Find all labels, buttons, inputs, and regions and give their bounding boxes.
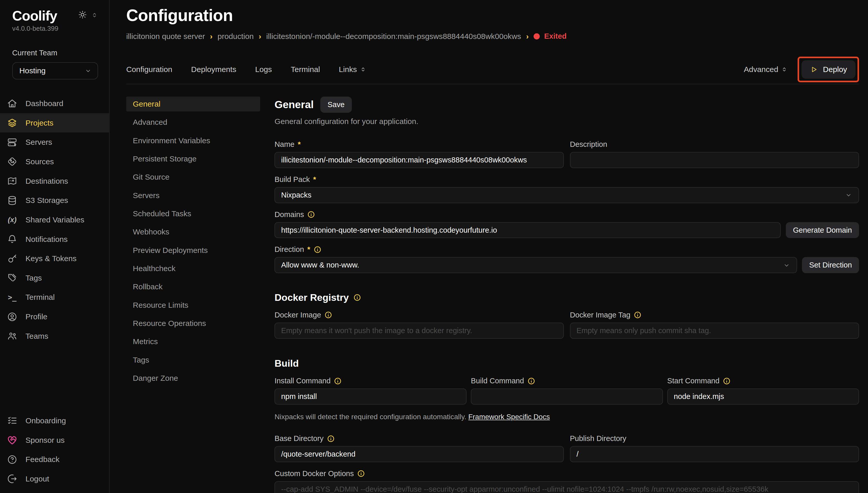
tab-deployments[interactable]: Deployments: [191, 65, 236, 74]
coolify-app: Coolify v4.0.0-beta.399 Current Team Hos…: [0, 0, 868, 493]
chevron-right-icon: ›: [526, 32, 529, 41]
team-select[interactable]: Hosting: [12, 62, 98, 80]
chevrons-up-down-icon: [91, 11, 98, 21]
subnav-scheduled-tasks[interactable]: Scheduled Tasks: [126, 206, 260, 221]
tab-logs[interactable]: Logs: [255, 65, 272, 74]
breadcrumb-project[interactable]: illicitonion quote server: [126, 32, 205, 41]
git-source-icon: [7, 156, 18, 167]
sidebar-nav: Dashboard Projects Servers Sources Desti…: [0, 94, 109, 411]
info-icon[interactable]: [324, 311, 332, 319]
publish-directory-input[interactable]: [570, 446, 859, 462]
sidebar-item-dashboard[interactable]: Dashboard: [0, 94, 109, 113]
sidebar-item-keys-tokens[interactable]: Keys & Tokens: [0, 249, 109, 268]
info-icon[interactable]: [634, 311, 641, 319]
tab-links[interactable]: Links: [339, 65, 366, 74]
subnav-metrics[interactable]: Metrics: [126, 334, 260, 349]
app-logo[interactable]: Coolify: [12, 8, 58, 24]
subnav-webhooks[interactable]: Webhooks: [126, 224, 260, 239]
custom-docker-options-input[interactable]: [274, 481, 859, 493]
subnav-git-source[interactable]: Git Source: [126, 170, 260, 185]
chevron-down-icon: [783, 261, 791, 269]
install-command-input[interactable]: [274, 388, 466, 405]
sidebar-item-notifications[interactable]: Notifications: [0, 230, 109, 249]
subnav-danger-zone[interactable]: Danger Zone: [126, 371, 260, 386]
subnav-general[interactable]: General: [126, 97, 260, 111]
description-input[interactable]: [570, 152, 859, 168]
current-team-label: Current Team: [0, 49, 109, 57]
domains-input[interactable]: [274, 222, 781, 238]
start-command-input[interactable]: [667, 388, 859, 405]
settings-subnav: General Advanced Environment Variables P…: [126, 97, 260, 493]
subnav-persistent-storage[interactable]: Persistent Storage: [126, 151, 260, 166]
variable-icon: (x): [7, 214, 18, 225]
sidebar-item-servers[interactable]: Servers: [0, 132, 109, 152]
info-icon[interactable]: [527, 377, 535, 385]
sidebar-item-onboarding[interactable]: Onboarding: [0, 411, 109, 430]
info-icon[interactable]: [307, 211, 315, 218]
server-icon: [7, 137, 18, 148]
terminal-icon: >_: [7, 292, 18, 303]
chevron-right-icon: ›: [259, 32, 261, 41]
general-settings-form: General Save General configuration for y…: [260, 97, 859, 493]
subnav-advanced[interactable]: Advanced: [126, 115, 260, 130]
subnav-resource-operations[interactable]: Resource Operations: [126, 316, 260, 331]
breadcrumb-environment[interactable]: production: [218, 32, 254, 41]
base-directory-input[interactable]: [274, 446, 564, 462]
subnav-rollback[interactable]: Rollback: [126, 279, 260, 294]
users-icon: [7, 330, 18, 342]
theme-switcher[interactable]: [78, 10, 98, 21]
subnav-environment-variables[interactable]: Environment Variables: [126, 133, 260, 148]
sidebar-item-shared-variables[interactable]: (x) Shared Variables: [0, 210, 109, 230]
subnav-servers[interactable]: Servers: [126, 188, 260, 203]
docker-image-input[interactable]: [274, 323, 564, 339]
tag-icon: [7, 272, 18, 283]
build-pack-select[interactable]: Nixpacks: [274, 187, 859, 203]
subnav-tags[interactable]: Tags: [126, 352, 260, 367]
sidebar-item-tags[interactable]: Tags: [0, 268, 109, 288]
chevron-right-icon: ›: [210, 32, 212, 41]
status-dot-icon: [533, 33, 540, 40]
logout-icon: [7, 473, 18, 484]
tab-configuration[interactable]: Configuration: [126, 65, 172, 74]
chevrons-up-down-icon: [781, 66, 787, 73]
tab-terminal[interactable]: Terminal: [291, 65, 320, 74]
sidebar-item-sponsor-us[interactable]: Sponsor us: [0, 430, 109, 450]
sidebar-item-teams[interactable]: Teams: [0, 326, 109, 346]
sidebar-item-destinations[interactable]: Destinations: [0, 171, 109, 191]
build-command-input[interactable]: [471, 388, 663, 405]
bell-icon: [7, 234, 18, 245]
chevron-down-icon: [845, 191, 852, 199]
chevrons-up-down-icon: [360, 66, 366, 73]
info-icon[interactable]: [723, 377, 731, 385]
info-icon[interactable]: [334, 377, 342, 385]
sidebar-item-profile[interactable]: Profile: [0, 307, 109, 326]
subnav-preview-deployments[interactable]: Preview Deployments: [126, 243, 260, 258]
subnav-healthcheck[interactable]: Healthcheck: [126, 261, 260, 276]
set-direction-button[interactable]: Set Direction: [802, 257, 859, 273]
save-button[interactable]: Save: [320, 97, 352, 113]
deploy-button[interactable]: Deploy: [801, 60, 855, 79]
name-input[interactable]: [274, 152, 564, 168]
sidebar-item-sources[interactable]: Sources: [0, 152, 109, 171]
info-icon[interactable]: [314, 246, 321, 253]
heart-handshake-icon: [7, 434, 18, 446]
info-icon[interactable]: [353, 294, 361, 301]
map-icon: [7, 175, 18, 187]
breadcrumb-application[interactable]: illicitestonion/-module--decomposition:m…: [266, 32, 521, 41]
sidebar-item-terminal[interactable]: >_ Terminal: [0, 288, 109, 307]
generate-domain-button[interactable]: Generate Domain: [786, 222, 859, 238]
info-icon[interactable]: [327, 435, 335, 443]
sidebar-item-s3-storages[interactable]: S3 Storages: [0, 191, 109, 210]
sidebar-item-projects[interactable]: Projects: [0, 113, 109, 133]
advanced-dropdown[interactable]: Advanced: [744, 65, 787, 74]
direction-select[interactable]: Allow www & non-www.: [274, 257, 797, 273]
app-version: v4.0.0-beta.399: [0, 24, 109, 32]
docker-image-tag-input[interactable]: [570, 323, 859, 339]
sidebar-item-feedback[interactable]: Feedback: [0, 450, 109, 469]
breadcrumb: illicitonion quote server › production ›…: [126, 32, 859, 41]
chevron-down-icon: [84, 67, 92, 74]
framework-docs-link[interactable]: Framework Specific Docs: [468, 413, 550, 421]
info-icon[interactable]: [357, 470, 365, 477]
subnav-resource-limits[interactable]: Resource Limits: [126, 298, 260, 313]
sidebar-item-logout[interactable]: Logout: [0, 469, 109, 489]
